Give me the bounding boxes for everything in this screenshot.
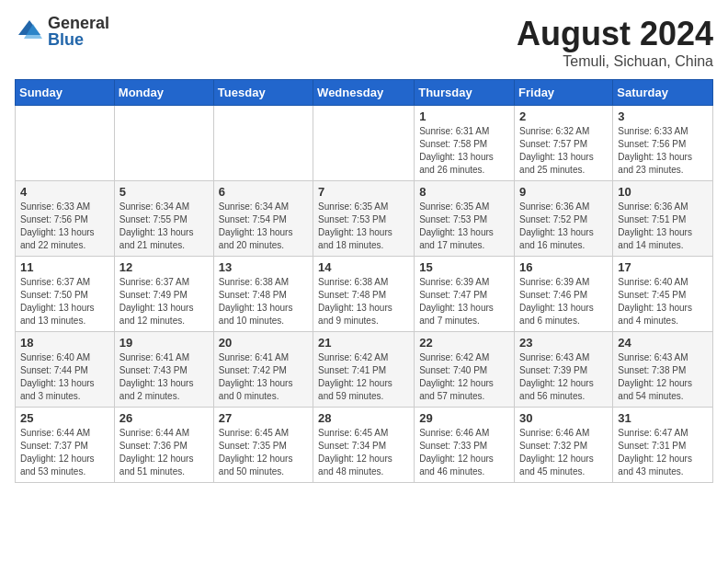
calendar-cell: 1Sunrise: 6:31 AM Sunset: 7:58 PM Daylig… bbox=[415, 106, 515, 181]
day-number: 22 bbox=[419, 336, 509, 350]
day-number: 16 bbox=[519, 260, 608, 274]
day-info: Sunrise: 6:47 AM Sunset: 7:31 PM Dayligh… bbox=[618, 427, 708, 478]
calendar-cell: 29Sunrise: 6:46 AM Sunset: 7:33 PM Dayli… bbox=[415, 408, 515, 483]
day-number: 28 bbox=[318, 411, 409, 425]
day-info: Sunrise: 6:44 AM Sunset: 7:37 PM Dayligh… bbox=[20, 427, 109, 478]
day-number: 29 bbox=[419, 411, 509, 425]
calendar-week-row: 25Sunrise: 6:44 AM Sunset: 7:37 PM Dayli… bbox=[16, 408, 713, 483]
day-info: Sunrise: 6:34 AM Sunset: 7:55 PM Dayligh… bbox=[119, 201, 209, 252]
day-info: Sunrise: 6:43 AM Sunset: 7:38 PM Dayligh… bbox=[618, 351, 708, 403]
calendar-cell bbox=[213, 106, 313, 181]
day-info: Sunrise: 6:35 AM Sunset: 7:53 PM Dayligh… bbox=[419, 201, 509, 252]
day-number: 15 bbox=[419, 260, 509, 274]
day-number: 26 bbox=[119, 411, 209, 425]
calendar-week-row: 4Sunrise: 6:33 AM Sunset: 7:56 PM Daylig… bbox=[16, 181, 713, 257]
day-number: 17 bbox=[618, 260, 708, 274]
calendar-cell: 9Sunrise: 6:36 AM Sunset: 7:52 PM Daylig… bbox=[515, 181, 613, 257]
day-info: Sunrise: 6:35 AM Sunset: 7:53 PM Dayligh… bbox=[318, 201, 409, 252]
calendar-cell: 17Sunrise: 6:40 AM Sunset: 7:45 PM Dayli… bbox=[613, 257, 713, 332]
calendar-cell: 26Sunrise: 6:44 AM Sunset: 7:36 PM Dayli… bbox=[114, 408, 213, 483]
weekday-header: Sunday bbox=[16, 80, 115, 106]
day-number: 18 bbox=[20, 336, 109, 350]
day-number: 31 bbox=[618, 411, 708, 425]
page-header: General Blue August 2024 Temuli, Sichuan… bbox=[15, 15, 713, 70]
calendar-cell: 30Sunrise: 6:46 AM Sunset: 7:32 PM Dayli… bbox=[515, 408, 613, 483]
calendar-cell: 23Sunrise: 6:43 AM Sunset: 7:39 PM Dayli… bbox=[515, 332, 613, 408]
day-number: 2 bbox=[519, 109, 608, 123]
calendar-cell: 18Sunrise: 6:40 AM Sunset: 7:44 PM Dayli… bbox=[16, 332, 115, 408]
weekday-header: Thursday bbox=[415, 80, 515, 106]
day-info: Sunrise: 6:46 AM Sunset: 7:32 PM Dayligh… bbox=[519, 427, 608, 478]
weekday-header: Tuesday bbox=[213, 80, 313, 106]
day-number: 21 bbox=[318, 336, 409, 350]
month-title: August 2024 bbox=[517, 15, 713, 53]
calendar-cell: 7Sunrise: 6:35 AM Sunset: 7:53 PM Daylig… bbox=[313, 181, 415, 257]
day-number: 10 bbox=[618, 185, 708, 199]
day-number: 1 bbox=[419, 109, 509, 123]
calendar-cell: 2Sunrise: 6:32 AM Sunset: 7:57 PM Daylig… bbox=[515, 106, 613, 181]
calendar: SundayMondayTuesdayWednesdayThursdayFrid… bbox=[15, 79, 713, 483]
day-info: Sunrise: 6:42 AM Sunset: 7:40 PM Dayligh… bbox=[419, 351, 509, 403]
logo: General Blue bbox=[15, 15, 109, 48]
day-number: 27 bbox=[219, 411, 308, 425]
calendar-cell: 21Sunrise: 6:42 AM Sunset: 7:41 PM Dayli… bbox=[313, 332, 415, 408]
header-row: SundayMondayTuesdayWednesdayThursdayFrid… bbox=[16, 80, 713, 106]
day-info: Sunrise: 6:39 AM Sunset: 7:46 PM Dayligh… bbox=[519, 276, 608, 327]
calendar-cell bbox=[114, 106, 213, 181]
calendar-cell: 20Sunrise: 6:41 AM Sunset: 7:42 PM Dayli… bbox=[213, 332, 313, 408]
day-info: Sunrise: 6:39 AM Sunset: 7:47 PM Dayligh… bbox=[419, 276, 509, 327]
day-number: 23 bbox=[519, 336, 608, 350]
day-info: Sunrise: 6:37 AM Sunset: 7:50 PM Dayligh… bbox=[20, 276, 109, 327]
day-number: 3 bbox=[618, 109, 708, 123]
day-info: Sunrise: 6:32 AM Sunset: 7:57 PM Dayligh… bbox=[519, 125, 608, 177]
day-info: Sunrise: 6:36 AM Sunset: 7:52 PM Dayligh… bbox=[519, 201, 608, 252]
calendar-cell: 16Sunrise: 6:39 AM Sunset: 7:46 PM Dayli… bbox=[515, 257, 613, 332]
day-number: 24 bbox=[618, 336, 708, 350]
logo-general: General bbox=[48, 15, 109, 31]
calendar-cell: 5Sunrise: 6:34 AM Sunset: 7:55 PM Daylig… bbox=[114, 181, 213, 257]
day-number: 4 bbox=[20, 185, 109, 199]
calendar-cell: 6Sunrise: 6:34 AM Sunset: 7:54 PM Daylig… bbox=[213, 181, 313, 257]
calendar-cell: 11Sunrise: 6:37 AM Sunset: 7:50 PM Dayli… bbox=[16, 257, 115, 332]
logo-blue: Blue bbox=[48, 31, 109, 48]
calendar-cell bbox=[16, 106, 115, 181]
day-number: 19 bbox=[119, 336, 209, 350]
weekday-header: Saturday bbox=[613, 80, 713, 106]
weekday-header: Friday bbox=[515, 80, 613, 106]
day-info: Sunrise: 6:38 AM Sunset: 7:48 PM Dayligh… bbox=[219, 276, 308, 327]
day-number: 13 bbox=[219, 260, 308, 274]
weekday-header: Wednesday bbox=[313, 80, 415, 106]
day-number: 11 bbox=[20, 260, 109, 274]
day-info: Sunrise: 6:43 AM Sunset: 7:39 PM Dayligh… bbox=[519, 351, 608, 403]
day-number: 9 bbox=[519, 185, 608, 199]
day-number: 30 bbox=[519, 411, 608, 425]
day-number: 12 bbox=[119, 260, 209, 274]
day-info: Sunrise: 6:40 AM Sunset: 7:44 PM Dayligh… bbox=[20, 351, 109, 403]
day-number: 20 bbox=[219, 336, 308, 350]
calendar-cell: 8Sunrise: 6:35 AM Sunset: 7:53 PM Daylig… bbox=[415, 181, 515, 257]
calendar-cell: 28Sunrise: 6:45 AM Sunset: 7:34 PM Dayli… bbox=[313, 408, 415, 483]
day-info: Sunrise: 6:34 AM Sunset: 7:54 PM Dayligh… bbox=[219, 201, 308, 252]
calendar-cell bbox=[313, 106, 415, 181]
calendar-header: SundayMondayTuesdayWednesdayThursdayFrid… bbox=[16, 80, 713, 106]
day-info: Sunrise: 6:45 AM Sunset: 7:35 PM Dayligh… bbox=[219, 427, 308, 478]
day-info: Sunrise: 6:41 AM Sunset: 7:43 PM Dayligh… bbox=[119, 351, 209, 403]
day-number: 8 bbox=[419, 185, 509, 199]
calendar-cell: 12Sunrise: 6:37 AM Sunset: 7:49 PM Dayli… bbox=[114, 257, 213, 332]
location: Temuli, Sichuan, China bbox=[517, 53, 713, 70]
calendar-cell: 3Sunrise: 6:33 AM Sunset: 7:56 PM Daylig… bbox=[613, 106, 713, 181]
calendar-week-row: 11Sunrise: 6:37 AM Sunset: 7:50 PM Dayli… bbox=[16, 257, 713, 332]
day-number: 5 bbox=[119, 185, 209, 199]
title-section: August 2024 Temuli, Sichuan, China bbox=[517, 15, 713, 70]
day-info: Sunrise: 6:42 AM Sunset: 7:41 PM Dayligh… bbox=[318, 351, 409, 403]
day-info: Sunrise: 6:33 AM Sunset: 7:56 PM Dayligh… bbox=[618, 125, 708, 177]
calendar-cell: 22Sunrise: 6:42 AM Sunset: 7:40 PM Dayli… bbox=[415, 332, 515, 408]
logo-icon bbox=[15, 17, 44, 46]
day-info: Sunrise: 6:45 AM Sunset: 7:34 PM Dayligh… bbox=[318, 427, 409, 478]
day-info: Sunrise: 6:37 AM Sunset: 7:49 PM Dayligh… bbox=[119, 276, 209, 327]
calendar-cell: 14Sunrise: 6:38 AM Sunset: 7:48 PM Dayli… bbox=[313, 257, 415, 332]
day-info: Sunrise: 6:33 AM Sunset: 7:56 PM Dayligh… bbox=[20, 201, 109, 252]
day-info: Sunrise: 6:44 AM Sunset: 7:36 PM Dayligh… bbox=[119, 427, 209, 478]
calendar-cell: 15Sunrise: 6:39 AM Sunset: 7:47 PM Dayli… bbox=[415, 257, 515, 332]
day-number: 25 bbox=[20, 411, 109, 425]
